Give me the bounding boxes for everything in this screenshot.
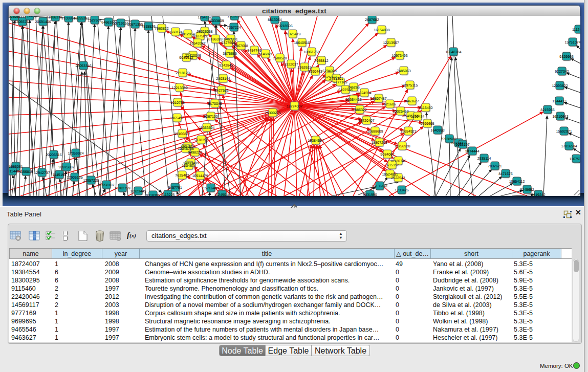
svg-text:9146821: 9146821	[258, 53, 272, 56]
svg-text:1733426: 1733426	[395, 189, 408, 192]
svg-text:1615152: 1615152	[385, 164, 399, 167]
svg-text:18724007: 18724007	[287, 105, 302, 108]
svg-text:1204674: 1204674	[182, 164, 195, 168]
svg-text:10671355: 10671355	[127, 23, 143, 27]
svg-text:9063197: 9063197	[455, 143, 469, 147]
svg-text:10120746: 10120746	[390, 160, 406, 163]
svg-text:10046755: 10046755	[178, 147, 193, 151]
svg-text:2451301: 2451301	[329, 77, 343, 81]
svg-text:1190434: 1190434	[411, 115, 425, 119]
svg-text:7886322: 7886322	[353, 108, 366, 112]
svg-text:19166827: 19166827	[174, 133, 190, 136]
svg-text:16033809: 16033809	[208, 19, 224, 23]
svg-text:1640953: 1640953	[430, 129, 444, 133]
svg-text:28226058: 28226058	[197, 30, 212, 34]
svg-text:7625402: 7625402	[175, 174, 189, 178]
svg-text:3911440: 3911440	[9, 170, 19, 173]
svg-text:1902836: 1902836	[227, 16, 241, 18]
svg-text:8819242: 8819242	[531, 193, 545, 196]
svg-text:7357224: 7357224	[227, 26, 241, 30]
svg-text:1145194: 1145194	[53, 173, 67, 177]
svg-text:10973493: 10973493	[391, 54, 407, 58]
svg-text:20364436: 20364436	[345, 98, 361, 102]
svg-text:15716485: 15716485	[203, 187, 219, 190]
svg-text:20691406: 20691406	[35, 20, 51, 24]
svg-text:1588520: 1588520	[273, 57, 287, 60]
svg-text:5463301: 5463301	[224, 38, 237, 41]
svg-text:8215955: 8215955	[540, 108, 554, 112]
svg-text:9089612: 9089612	[179, 56, 193, 60]
svg-text:1010755: 1010755	[170, 101, 184, 105]
svg-text:12923445: 12923445	[130, 190, 146, 193]
svg-text:8186328: 8186328	[208, 38, 222, 41]
svg-text:3875685: 3875685	[223, 52, 236, 56]
svg-text:15720407: 15720407	[358, 119, 374, 123]
svg-text:5938928: 5938928	[442, 138, 456, 141]
svg-text:12942737: 12942737	[34, 171, 50, 175]
svg-text:3624554: 3624554	[357, 92, 371, 95]
svg-text:11353594: 11353594	[199, 126, 215, 130]
svg-text:7515526: 7515526	[141, 25, 155, 29]
svg-text:16914479: 16914479	[192, 174, 208, 178]
svg-text:10654112: 10654112	[509, 180, 525, 184]
svg-text:15751074: 15751074	[564, 41, 580, 45]
svg-text:1167533: 1167533	[570, 158, 580, 161]
svg-text:7663822: 7663822	[155, 27, 168, 31]
svg-text:12905135: 12905135	[67, 176, 82, 180]
svg-text:2935114: 2935114	[477, 157, 491, 161]
svg-text:19218506: 19218506	[276, 25, 292, 28]
svg-text:14055712: 14055712	[14, 20, 30, 24]
svg-text:17016504: 17016504	[561, 145, 577, 148]
svg-text:16210643: 16210643	[552, 115, 568, 119]
svg-text:1362615: 1362615	[297, 66, 311, 70]
svg-text:9474444: 9474444	[465, 150, 479, 154]
svg-text:8322037: 8322037	[284, 63, 298, 67]
svg-text:19384554: 19384554	[308, 139, 323, 143]
svg-text:16154808: 16154808	[374, 29, 389, 32]
svg-text:8267130: 8267130	[204, 115, 217, 119]
svg-text:9463627: 9463627	[405, 100, 419, 103]
svg-text:11325419: 11325419	[285, 33, 301, 36]
svg-text:2718120: 2718120	[176, 72, 189, 75]
svg-text:8427552: 8427552	[214, 89, 228, 93]
svg-text:7832621: 7832621	[488, 165, 502, 168]
svg-text:15692971: 15692971	[556, 130, 572, 134]
svg-text:9242845: 9242845	[219, 64, 233, 68]
svg-text:10719155: 10719155	[113, 22, 128, 26]
svg-text:12093822: 12093822	[552, 84, 568, 88]
svg-text:10688609: 10688609	[367, 130, 383, 134]
svg-text:6497568: 6497568	[338, 89, 352, 92]
svg-text:16543382: 16543382	[189, 42, 205, 46]
svg-text:17957225: 17957225	[83, 179, 99, 183]
svg-text:621606: 621606	[384, 103, 396, 106]
svg-text:19654923: 19654923	[400, 130, 416, 134]
svg-text:18640910: 18640910	[294, 41, 310, 45]
svg-text:16782759: 16782759	[114, 187, 130, 190]
svg-text:5498222: 5498222	[188, 151, 202, 155]
svg-text:1156819: 1156819	[19, 170, 33, 174]
svg-text:2867608: 2867608	[234, 45, 248, 48]
svg-text:12213389: 12213389	[171, 86, 187, 90]
svg-text:1986378: 1986378	[48, 16, 62, 19]
svg-text:28053346: 28053346	[75, 64, 91, 68]
svg-text:9245652: 9245652	[520, 188, 534, 192]
svg-text:1965492: 1965492	[170, 117, 184, 120]
svg-text:12975115: 12975115	[402, 84, 418, 87]
svg-text:9115460: 9115460	[419, 106, 433, 110]
svg-text:1585061: 1585061	[9, 165, 23, 169]
svg-text:10961758: 10961758	[303, 51, 319, 54]
svg-text:1244413: 1244413	[552, 100, 566, 103]
svg-text:8113225: 8113225	[161, 193, 175, 196]
svg-text:9699695: 9699695	[420, 122, 434, 126]
svg-text:2687682: 2687682	[365, 18, 379, 22]
svg-text:1527602: 1527602	[88, 19, 101, 23]
svg-text:8990443: 8990443	[308, 70, 322, 74]
svg-text:12040557: 12040557	[9, 16, 23, 19]
svg-text:2803144: 2803144	[216, 77, 230, 81]
svg-text:93975887: 93975887	[58, 166, 74, 169]
svg-text:17359924: 17359924	[68, 152, 83, 156]
svg-text:10807487: 10807487	[371, 97, 386, 101]
svg-text:10249018: 10249018	[214, 193, 230, 196]
svg-text:7955812: 7955812	[314, 59, 328, 63]
svg-text:8454749: 8454749	[247, 49, 261, 53]
